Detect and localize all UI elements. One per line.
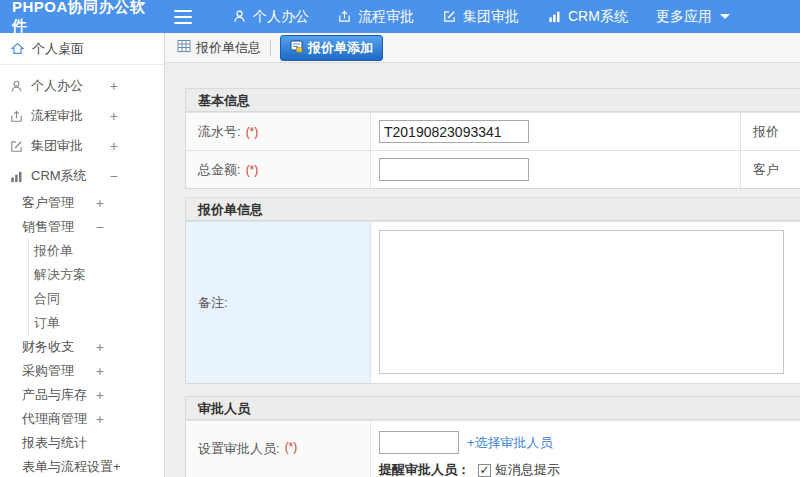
sidebar-item-customer-mgmt[interactable]: 客户管理 +	[0, 191, 164, 215]
sidebar-item-purchase-mgmt[interactable]: 采购管理 +	[0, 359, 164, 383]
menu-label: 集团审批	[463, 8, 519, 26]
form-row-set-approver: 设置审批人员: (*) +选择审批人员 提醒审批人员： ✓ 短消息提示 注：流程…	[186, 420, 800, 477]
form-row-remark: 备注:	[186, 221, 800, 383]
field-label: 流水号:	[198, 123, 241, 141]
field-value-cell	[371, 113, 741, 150]
table-icon	[177, 39, 191, 56]
field-value-cell	[371, 151, 741, 188]
remind-approver-label: 提醒审批人员：	[379, 461, 470, 477]
sidebar-item-label: 集团审批	[31, 137, 83, 155]
sms-checkbox[interactable]: ✓	[478, 464, 491, 477]
sidebar-item-personal-office[interactable]: 个人办公 +	[0, 71, 164, 101]
app-logo: PHPOA协同办公软件	[0, 0, 160, 36]
field-label: 报价	[753, 123, 779, 141]
field-label-cell: 流水号: (*)	[186, 113, 371, 150]
expand-icon[interactable]: +	[110, 78, 118, 94]
home-icon	[10, 41, 32, 56]
menu-item-crm-system[interactable]: CRM系统	[533, 0, 642, 33]
expand-icon[interactable]: +	[96, 411, 104, 427]
field-label-right: 客户	[741, 151, 800, 188]
workflow-icon	[337, 9, 352, 24]
tab-quotation-info[interactable]: 报价单信息	[177, 39, 261, 57]
sidebar-item-form-workflow-settings[interactable]: 表单与流程设置+	[0, 455, 164, 477]
sidebar-item-contract[interactable]: 合同	[29, 287, 164, 311]
top-menu: 个人办公 流程审批 集团审批 CRM系统 更多应用	[218, 0, 744, 33]
collapse-icon[interactable]: −	[110, 168, 118, 184]
sidebar-item-label: 报表与统计	[22, 434, 87, 452]
required-mark: (*)	[285, 440, 298, 454]
caret-down-icon	[720, 14, 730, 19]
expand-icon[interactable]: +	[96, 339, 104, 355]
sidebar-item-agent-mgmt[interactable]: 代理商管理 +	[0, 407, 164, 431]
total-amount-input[interactable]	[379, 158, 529, 181]
form-row-serial-number: 流水号: (*) 报价	[186, 112, 800, 150]
sidebar-item-reports-stats[interactable]: 报表与统计	[0, 431, 164, 455]
hamburger-menu-icon[interactable]	[174, 10, 192, 24]
sidebar-item-label: 财务收支	[22, 338, 74, 356]
choose-approver-link[interactable]: +选择审批人员	[467, 434, 553, 452]
sidebar-item-label: CRM系统	[31, 167, 87, 185]
section-approver: 审批人员 设置审批人员: (*) +选择审批人员 提醒审批人员： ✓ 短消息提示	[185, 396, 800, 477]
menu-item-personal-office[interactable]: 个人办公	[218, 0, 323, 33]
workflow-icon	[9, 109, 31, 124]
section-title: 基本信息	[186, 89, 800, 112]
serial-number-input[interactable]	[379, 120, 529, 143]
sidebar-item-label: 解决方案	[34, 266, 86, 284]
sidebar-item-group-approval[interactable]: 集团审批 +	[0, 131, 164, 161]
approver-input[interactable]	[379, 431, 459, 454]
field-label: 客户	[753, 161, 779, 179]
sms-label: 短消息提示	[495, 461, 560, 477]
sidebar-item-solution[interactable]: 解决方案	[29, 263, 164, 287]
menu-item-more-apps[interactable]: 更多应用	[642, 0, 744, 33]
field-label: 备注:	[198, 294, 228, 312]
tab-quotation-add[interactable]: 报价单添加	[280, 35, 383, 61]
field-label-cell: 备注:	[186, 222, 371, 383]
tab-label: 报价单信息	[196, 39, 261, 57]
sidebar-item-finance[interactable]: 财务收支 +	[0, 335, 164, 359]
expand-icon[interactable]: +	[96, 195, 104, 211]
sidebar-item-label: 个人办公	[31, 77, 83, 95]
field-label-cell: 设置审批人员: (*)	[186, 421, 371, 477]
field-label: 设置审批人员:	[198, 440, 280, 458]
expand-icon[interactable]: +	[110, 138, 118, 154]
form-add-icon	[290, 40, 303, 56]
tab-bar: 报价单信息 报价单添加	[165, 33, 800, 63]
field-value-cell	[371, 222, 800, 383]
tab-label: 报价单添加	[308, 39, 373, 57]
sidebar-item-personal-desktop[interactable]: 个人桌面	[0, 33, 164, 65]
expand-icon[interactable]: +	[96, 363, 104, 379]
sidebar-nav: 个人办公 + 流程审批 + 集团审批 + CRM系统 − 客户管理 +	[0, 65, 164, 477]
sidebar-item-quotation[interactable]: 报价单	[29, 239, 164, 263]
menu-label: CRM系统	[568, 8, 628, 26]
sidebar-item-label: 报价单	[34, 242, 73, 260]
sidebar-item-label: 合同	[34, 290, 60, 308]
sidebar-item-label: 表单与流程设置+	[22, 458, 121, 476]
sidebar-item-crm-system[interactable]: CRM系统 −	[0, 161, 164, 191]
sales-submenu: 报价单 解决方案 合同 订单	[28, 239, 164, 335]
sidebar-item-order[interactable]: 订单	[29, 311, 164, 335]
sidebar-item-product-inventory[interactable]: 产品与库存 +	[0, 383, 164, 407]
section-basic-info: 基本信息 流水号: (*) 报价 总金额: (*)	[185, 88, 800, 189]
form-row-total-amount: 总金额: (*) 客户	[186, 150, 800, 188]
menu-label: 更多应用	[656, 8, 712, 26]
field-label-right: 报价	[741, 113, 800, 150]
user-icon	[9, 79, 31, 94]
menu-item-group-approval[interactable]: 集团审批	[428, 0, 533, 33]
expand-icon[interactable]: +	[110, 108, 118, 124]
remark-textarea[interactable]	[379, 230, 784, 374]
expand-icon[interactable]: +	[96, 387, 104, 403]
tab-separator	[270, 40, 271, 56]
user-icon	[232, 9, 247, 24]
sidebar-item-label: 代理商管理	[22, 410, 87, 428]
menu-label: 流程审批	[358, 8, 414, 26]
sidebar-item-label: 产品与库存	[22, 386, 87, 404]
sidebar-item-label: 销售管理	[22, 218, 74, 236]
sidebar-item-workflow-approval[interactable]: 流程审批 +	[0, 101, 164, 131]
form-content: 基本信息 流水号: (*) 报价 总金额: (*)	[165, 63, 800, 477]
collapse-icon[interactable]: −	[96, 219, 104, 235]
main-area: 报价单信息 报价单添加 基本信息 流水号: (*) 报价	[165, 33, 800, 477]
menu-item-workflow-approval[interactable]: 流程审批	[323, 0, 428, 33]
field-label: 总金额:	[198, 161, 241, 179]
sidebar-item-sales-mgmt[interactable]: 销售管理 −	[0, 215, 164, 239]
edit-icon	[9, 139, 31, 154]
